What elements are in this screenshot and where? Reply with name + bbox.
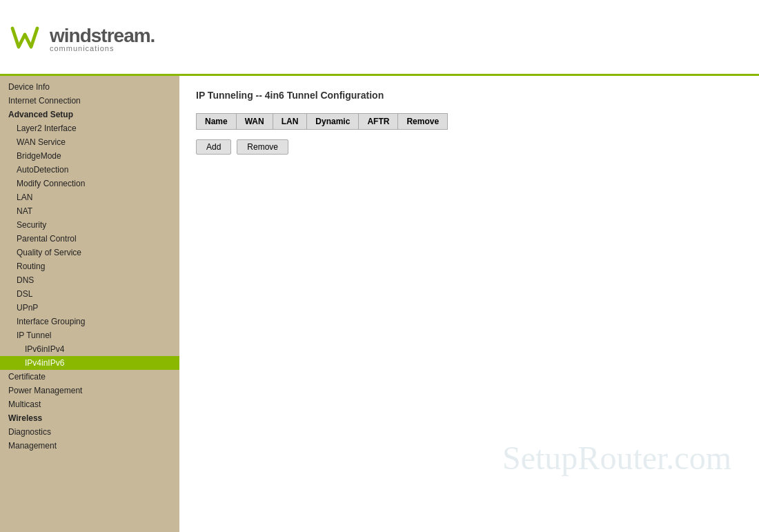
col-header-wan: WAN [236, 114, 273, 130]
sidebar-item-advanced-setup[interactable]: Advanced Setup [0, 108, 179, 121]
tunnel-table: NameWANLANDynamicAFTRRemove [196, 113, 448, 130]
sidebar-item-diagnostics[interactable]: Diagnostics [0, 425, 179, 439]
sidebar-item-parental-control[interactable]: Parental Control [0, 232, 179, 246]
sidebar-item-ipv6inipv4[interactable]: IPv6inIPv4 [0, 342, 179, 356]
sidebar-item-management[interactable]: Management [0, 439, 179, 453]
remove-button[interactable]: Remove [237, 139, 288, 155]
sidebar-item-security[interactable]: Security [0, 218, 179, 232]
sidebar-item-certificate[interactable]: Certificate [0, 370, 179, 384]
sidebar-item-ip-tunnel[interactable]: IP Tunnel [0, 328, 179, 342]
sidebar-item-autodetection[interactable]: AutoDetection [0, 163, 179, 177]
sidebar-item-wan-service[interactable]: WAN Service [0, 135, 179, 149]
brand-sub: communications [50, 44, 114, 52]
col-header-name: Name [197, 114, 237, 130]
col-header-dynamic: Dynamic [307, 114, 359, 130]
add-button[interactable]: Add [196, 139, 231, 155]
table-header: NameWANLANDynamicAFTRRemove [197, 114, 448, 130]
col-header-aftr: AFTR [359, 114, 398, 130]
page-title: IP Tunneling -- 4in6 Tunnel Configuratio… [196, 90, 742, 101]
sidebar-item-internet-connection[interactable]: Internet Connection [0, 94, 179, 108]
sidebar-item-layer2-interface[interactable]: Layer2 Interface [0, 121, 179, 135]
sidebar-item-wireless[interactable]: Wireless [0, 411, 179, 425]
col-header-lan: LAN [273, 114, 307, 130]
sidebar-item-interface-grouping[interactable]: Interface Grouping [0, 315, 179, 328]
header: windstream. communications [0, 0, 759, 76]
sidebar-item-upnp[interactable]: UPnP [0, 301, 179, 315]
sidebar-item-modify-connection[interactable]: Modify Connection [0, 177, 179, 190]
sidebar-item-routing[interactable]: Routing [0, 259, 179, 273]
sidebar-item-device-info[interactable]: Device Info [0, 80, 179, 94]
layout: Device InfoInternet ConnectionAdvanced S… [0, 76, 759, 532]
sidebar-item-dns[interactable]: DNS [0, 273, 179, 287]
logo-text: windstream. communications [50, 25, 155, 52]
windstream-logo [8, 18, 50, 59]
sidebar-item-quality-of-service[interactable]: Quality of Service [0, 246, 179, 259]
sidebar-item-dsl[interactable]: DSL [0, 287, 179, 301]
sidebar-item-nat[interactable]: NAT [0, 204, 179, 218]
sidebar-item-ipv4inipv6[interactable]: IPv4inIPv6 [0, 356, 179, 370]
button-row: Add Remove [196, 139, 742, 155]
watermark: SetupRouter.com [502, 439, 731, 477]
col-header-remove: Remove [398, 114, 448, 130]
sidebar-item-multicast[interactable]: Multicast [0, 397, 179, 411]
sidebar-item-lan[interactable]: LAN [0, 190, 179, 204]
sidebar-item-power-management[interactable]: Power Management [0, 384, 179, 397]
main-content: IP Tunneling -- 4in6 Tunnel Configuratio… [179, 76, 759, 532]
sidebar: Device InfoInternet ConnectionAdvanced S… [0, 76, 179, 532]
sidebar-item-bridgemode[interactable]: BridgeMode [0, 149, 179, 163]
